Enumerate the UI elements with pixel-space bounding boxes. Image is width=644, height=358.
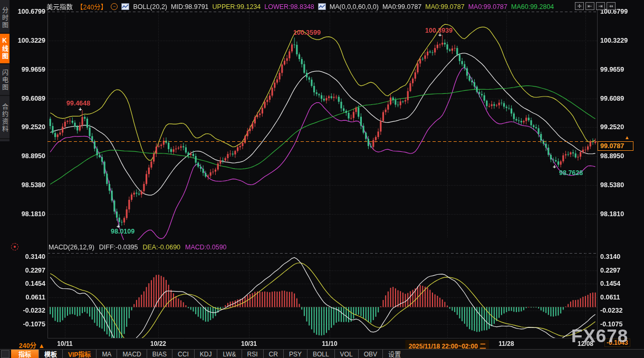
- low-annotation: 98.7628: [559, 169, 583, 177]
- price-axis-label-right: 99.9659: [600, 66, 624, 73]
- tab-vol[interactable]: VOL: [334, 350, 358, 358]
- period-dropdown-arrow-icon: ▲: [39, 342, 45, 350]
- high-marker-cross: +: [438, 32, 441, 38]
- macd-axis-label: 0.1454: [13, 280, 45, 287]
- chart-tools: ✛ ⇤ ⇥ ⇸: [575, 2, 616, 10]
- price-axis-label: 100.6799: [13, 8, 45, 15]
- indicator-header: 美元指数 【240分】 − BOLL(20,2) MID:98.9791 UPP…: [46, 3, 554, 11]
- macd-axis-label-right: 0.3140: [600, 253, 620, 260]
- macd-axis-label-right: 0.2297: [600, 267, 620, 274]
- ma0-value-2: MA0:99.0787: [425, 3, 464, 11]
- price-axis-label-right: 98.1810: [600, 210, 624, 218]
- tab-cr[interactable]: CR: [263, 350, 283, 358]
- axis-shift-left-icon[interactable]: ⇤: [585, 2, 594, 10]
- price-axis-label-right: 98.5380: [600, 181, 624, 189]
- price-axis-label: 98.1810: [13, 210, 45, 218]
- date-label: 11/10: [322, 340, 337, 347]
- price-axis-label: 99.2520: [13, 123, 45, 131]
- price-axis-label-right: 99.6089: [600, 95, 624, 102]
- macd-hist-value: MACD:0.0590: [185, 244, 227, 251]
- macd-axis-label: -0.0232: [13, 307, 45, 314]
- low-annotation: 98.0109: [111, 228, 134, 235]
- macd-axis-label-right: -0.0232: [600, 307, 622, 314]
- boll-lower-value: LOWER:98.8348: [264, 3, 314, 11]
- low-marker-cross: +: [117, 223, 120, 229]
- price-axis-label: 98.5380: [13, 181, 45, 189]
- macd-header: MACD(26,12,9) DIFF:-0.0395 DEA:-0.0690 M…: [49, 244, 227, 251]
- macd-title: MACD(26,12,9): [49, 244, 94, 251]
- ma0-value-3: MA0:99.0787: [468, 3, 507, 11]
- left-sidebar: 分时图 K线图 闪电图 合约资料: [0, 0, 9, 358]
- pane-expand-icon[interactable]: ⇸: [607, 2, 616, 10]
- tab-boll[interactable]: BOLL: [307, 350, 334, 358]
- ma-title: MA(0,0,0,60,0,0): [330, 3, 379, 11]
- price-axis-label-right: 100.3229: [600, 37, 628, 44]
- date-label: 10/11: [57, 340, 72, 347]
- ma60-value: MA60:99.2804: [511, 3, 554, 11]
- boll-chart-thumb-icon[interactable]: [121, 3, 129, 10]
- sidebar-item-contract-info[interactable]: 合约资料: [0, 98, 9, 139]
- ma0-value-1: MA0:99.0787: [382, 3, 421, 11]
- price-axis-label-right: 98.8950: [600, 152, 624, 160]
- sidebar-item-timeline[interactable]: 分时图: [0, 3, 9, 34]
- axis-shift-right-icon[interactable]: ⇥: [596, 2, 605, 10]
- price-axis-label: 99.9659: [13, 66, 45, 73]
- trading-terminal: 分时图 K线图 闪电图 合约资料 美元指数 【240分】 − BOLL(20,2…: [0, 0, 644, 358]
- price-axis-label: 100.3229: [13, 37, 45, 44]
- macd-axis-label-right: 0.1454: [600, 280, 620, 287]
- tab-macd[interactable]: MACD: [117, 350, 146, 358]
- time-axis: 240分 ▲ 10/11 10/22 10/31 11/10 2025/11/1…: [0, 339, 644, 349]
- macd-dea-value: DEA:-0.0690: [142, 244, 180, 251]
- sidebar-item-flash[interactable]: 闪电图: [0, 65, 9, 96]
- bottom-toolbar: 指标 模板 VIP指标 MA MACD BIAS CCI KDJ LW& RSI…: [0, 349, 644, 358]
- tab-rsi[interactable]: RSI: [242, 350, 263, 358]
- current-price-box: 99.0787: [598, 141, 633, 151]
- macd-axis-label: 0.2297: [13, 267, 45, 274]
- macd-axis-label: 0.3140: [13, 253, 45, 260]
- tab-lw[interactable]: LW&: [217, 350, 241, 358]
- indicator-target-icon[interactable]: [11, 243, 18, 250]
- low-marker-cross: +: [553, 163, 556, 170]
- date-label: 10/22: [150, 340, 166, 347]
- tab-cci[interactable]: CCI: [172, 350, 194, 358]
- price-axis-label-right: 99.2520: [600, 123, 624, 131]
- kline-chart-canvas[interactable]: [0, 0, 644, 358]
- tab-kdj[interactable]: KDJ: [194, 350, 217, 358]
- boll-mid-value: MID:98.9791: [171, 3, 209, 11]
- date-label: 11/28: [498, 340, 514, 347]
- price-axis-label: 98.8950: [13, 152, 45, 160]
- date-label: 10/31: [241, 340, 257, 347]
- price-axis-label: 99.6089: [13, 95, 45, 102]
- crosshair-pan-icon[interactable]: ✛: [575, 2, 584, 10]
- tab-indicators[interactable]: 指标: [11, 350, 39, 358]
- high-marker-cross: +: [79, 106, 82, 112]
- ma-chart-thumb-icon[interactable]: [318, 3, 326, 10]
- macd-axis-label: 0.0611: [13, 294, 45, 301]
- collapse-indicator-icon[interactable]: −: [111, 3, 118, 10]
- tab-settings[interactable]: 设置: [382, 350, 406, 358]
- boll-upper-value: UPPER:99.1234: [213, 3, 261, 11]
- fx678-watermark: FX678: [571, 325, 628, 346]
- tab-obv[interactable]: OBV: [358, 350, 382, 358]
- tab-vip-indicators[interactable]: VIP指标: [62, 350, 96, 358]
- boll-title: BOLL(20,2): [133, 3, 167, 11]
- period-badge[interactable]: 【240分】: [76, 2, 107, 12]
- toolbar-collapse-button[interactable]: [1, 350, 9, 358]
- tab-bias[interactable]: BIAS: [147, 350, 172, 358]
- macd-axis-label: -0.1075: [13, 321, 45, 328]
- symbol-title: 美元指数: [46, 2, 73, 12]
- tab-templates[interactable]: 模板: [39, 350, 62, 358]
- sidebar-item-kline[interactable]: K线图: [0, 34, 9, 64]
- macd-axis-label-right: 0.0611: [600, 294, 620, 301]
- high-annotation: 100.3599: [293, 29, 321, 36]
- tab-ma[interactable]: MA: [96, 350, 117, 358]
- tab-psy[interactable]: PSY: [283, 350, 307, 358]
- price-up-arrow-icon: ▲: [624, 134, 630, 140]
- macd-diff-value: DIFF:-0.0395: [99, 244, 138, 251]
